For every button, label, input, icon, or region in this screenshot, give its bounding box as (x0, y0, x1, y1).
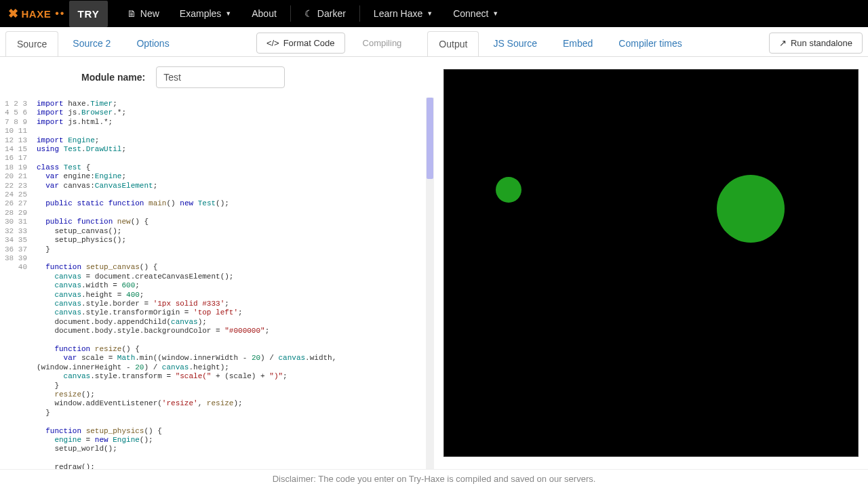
scroll-thumb[interactable] (427, 98, 433, 179)
nav-divider (359, 5, 360, 22)
left-tabs: Source Source 2 Options (5, 30, 181, 56)
tab-source2[interactable]: Source 2 (61, 30, 122, 56)
chevron-down-icon: ▼ (427, 10, 433, 17)
line-gutter: 1 2 3 4 5 6 7 8 9 10 11 12 13 14 15 16 1… (0, 98, 33, 469)
format-code-button[interactable]: </>Format Code (256, 33, 345, 54)
circle-large (717, 175, 785, 243)
module-row: Module name: (0, 57, 434, 98)
logo-try: TRY (69, 1, 107, 27)
tab-options[interactable]: Options (125, 30, 180, 56)
code-area[interactable]: 1 2 3 4 5 6 7 8 9 10 11 12 13 14 15 16 1… (0, 98, 434, 469)
tab-source[interactable]: Source (5, 31, 58, 56)
output-pane (434, 57, 868, 469)
tab-embed[interactable]: Embed (551, 30, 604, 56)
module-label: Module name: (81, 72, 145, 83)
center-buttons: </>Format Code Compiling (256, 33, 411, 54)
share-icon: ↗ (779, 38, 787, 48)
chevron-down-icon: ▼ (225, 10, 231, 17)
module-name-input[interactable] (156, 66, 285, 88)
nav-left: 🗎New Examples▼ About ☾Darker Learn Haxe▼… (117, 1, 508, 26)
logo-x-icon: ✖ (8, 6, 19, 21)
tab-compiler-times[interactable]: Compiler times (607, 30, 693, 56)
right-tabs: Output JS Source Embed Compiler times (427, 30, 693, 56)
tabs-row: Source Source 2 Options </>Format Code C… (0, 27, 868, 57)
main: Module name: 1 2 3 4 5 6 7 8 9 10 11 12 … (0, 57, 868, 469)
logo-dots-icon: •• (55, 7, 65, 20)
chevron-down-icon: ▼ (492, 10, 498, 17)
nav-connect[interactable]: Connect▼ (443, 1, 508, 26)
code-editor[interactable]: import haxe.Timer; import js.Browser.*; … (33, 98, 426, 469)
file-icon: 🗎 (127, 8, 136, 19)
tab-js-source[interactable]: JS Source (481, 30, 549, 56)
nav-examples[interactable]: Examples▼ (170, 1, 241, 26)
nav-new[interactable]: 🗎New (117, 1, 169, 26)
nav-darker[interactable]: ☾Darker (295, 1, 355, 26)
moon-icon: ☾ (304, 8, 313, 19)
nav-about[interactable]: About (242, 1, 286, 26)
tab-output[interactable]: Output (427, 31, 479, 56)
logo-haxe: ✖HAXE (8, 6, 51, 21)
logo[interactable]: ✖HAXE •• TRY (8, 1, 108, 27)
circle-small (496, 177, 521, 203)
run-standalone-button[interactable]: ↗Run standalone (769, 33, 863, 54)
output-canvas (443, 69, 859, 457)
editor-pane: Module name: 1 2 3 4 5 6 7 8 9 10 11 12 … (0, 57, 434, 469)
footer-disclaimer: Disclaimer: The code you enter on Try-Ha… (0, 469, 868, 488)
nav-divider (290, 5, 291, 22)
topbar: ✖HAXE •• TRY 🗎New Examples▼ About ☾Darke… (0, 0, 868, 27)
scrollbar-vertical[interactable] (426, 98, 434, 469)
nav-learn[interactable]: Learn Haxe▼ (364, 1, 442, 26)
code-icon: </> (267, 38, 279, 48)
compiling-status: Compiling (353, 33, 412, 53)
